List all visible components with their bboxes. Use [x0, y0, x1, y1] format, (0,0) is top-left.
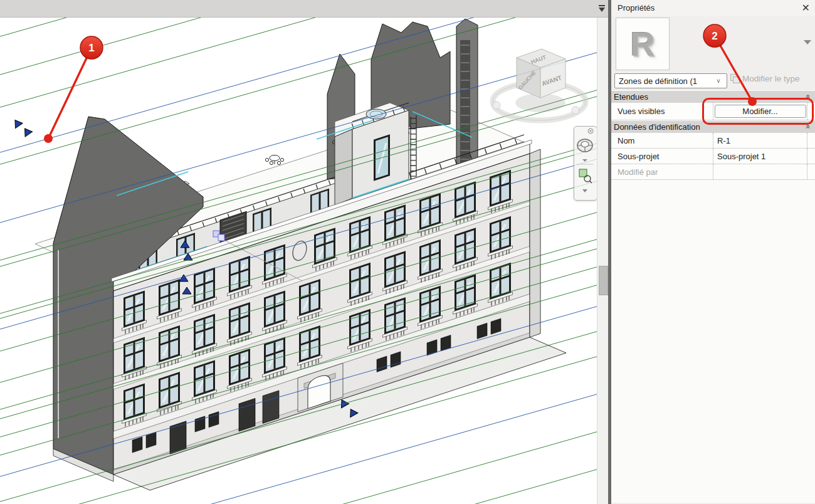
zoom-region-icon[interactable]	[579, 169, 592, 183]
property-value	[713, 164, 807, 179]
property-row-modifie-par: Modifié par	[611, 164, 815, 180]
properties-panel: Propriétés ✕ R Zones de définition (1 ˅ …	[611, 0, 815, 504]
properties-header: Propriétés ✕	[611, 0, 815, 16]
revit-logo: R	[631, 24, 655, 63]
panel-title: Propriétés	[618, 3, 655, 13]
property-label: Modifié par	[611, 167, 713, 177]
collapse-chevron-icon[interactable]: «	[806, 95, 812, 99]
vscrollbar-thumb[interactable]	[599, 266, 608, 295]
chevron-down-icon: ˅	[717, 78, 727, 85]
steering-wheel-icon[interactable]	[577, 139, 592, 152]
modify-type-label: Modifier le type	[742, 74, 800, 83]
navbar-close-icon[interactable]	[588, 129, 593, 134]
collapse-chevron-icon[interactable]: «	[806, 125, 812, 129]
property-label: Sous-projet	[611, 152, 713, 161]
panel-empty-area	[611, 180, 815, 503]
viewport-vscrollbar[interactable]	[597, 18, 609, 504]
property-label: Vues visibles	[611, 107, 713, 116]
viewport-top-strip	[0, 0, 608, 18]
section-header-identification[interactable]: Données d'identification «	[611, 120, 815, 133]
navbar-divider-chevron-icon[interactable]	[577, 159, 593, 164]
property-row-nom: Nom R-1	[611, 133, 815, 149]
type-selector-value: Zones de définition (1	[615, 76, 717, 86]
modify-type-icon	[730, 74, 740, 83]
section-header-etendues[interactable]: Etendues «	[611, 90, 815, 103]
property-value[interactable]: R-1	[713, 133, 807, 148]
scroll-split-icon[interactable]	[598, 4, 606, 13]
type-selector[interactable]: Zones de définition (1 ˅	[614, 73, 727, 88]
property-row-sous-projet: Sous-projet Sous-projet 1	[611, 149, 815, 164]
modifier-button[interactable]: Modifier...	[715, 105, 806, 118]
type-preview: R	[611, 16, 815, 71]
navbar-more-chevron-icon[interactable]	[582, 189, 587, 192]
revit-window: { "colors":{ "accent_red":"#e02317","acc…	[0, 0, 815, 504]
navigation-bar[interactable]	[574, 126, 597, 201]
property-value[interactable]: Sous-projet 1	[713, 149, 807, 164]
viewport-canvas[interactable]: HAUT GAUCHE AVANT	[0, 0, 597, 504]
preview-dropdown-icon[interactable]	[804, 40, 811, 45]
close-icon[interactable]: ✕	[802, 1, 810, 15]
modify-type-button[interactable]: Modifier le type	[730, 74, 800, 83]
property-label: Nom	[611, 136, 713, 145]
property-row-vues-visibles: Vues visibles Modifier...	[611, 103, 815, 120]
type-preview-image: R	[616, 18, 670, 70]
